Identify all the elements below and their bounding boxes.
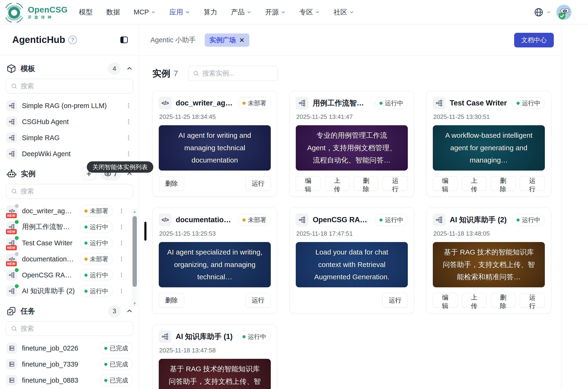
instance-card[interactable]: AI 知识库助手 (2) 运行中 2025-11-18 13:48:05 基于 … <box>427 208 551 314</box>
language-switcher[interactable] <box>534 7 551 17</box>
card-action-button[interactable]: 删除 <box>159 293 184 308</box>
more-options-button[interactable] <box>118 271 125 279</box>
card-description: AI agent for writing and managing techni… <box>167 129 263 166</box>
instances-search-input[interactable] <box>21 188 128 195</box>
close-icon[interactable]: ✕ <box>239 36 245 44</box>
templates-collapse-button[interactable] <box>126 65 133 72</box>
card-action-button[interactable]: 上传 <box>462 293 487 308</box>
instance-card[interactable]: documentation_writer_… 未部署 2025-11-25 13… <box>152 208 277 314</box>
sidebar-toggle-button[interactable] <box>120 35 128 44</box>
nav-item[interactable]: 开源 <box>265 7 286 17</box>
status-dot <box>243 335 246 338</box>
run-button[interactable]: 运行 <box>245 176 271 191</box>
card-action-button[interactable]: 上传 <box>462 176 487 191</box>
more-options-button[interactable] <box>118 223 125 231</box>
docs-center-button[interactable]: 文档中心 <box>514 33 554 47</box>
filter-chip-instance-plaza[interactable]: 实例广场 ✕ <box>205 33 249 47</box>
instance-item[interactable]: NEW Test Case Writer 运行中 <box>6 236 126 250</box>
task-item[interactable]: finetune_job_0226 已完成 <box>6 341 133 355</box>
run-button[interactable]: 运行 <box>383 176 408 191</box>
avatar[interactable] <box>557 5 571 20</box>
instance-item[interactable]: NEW 用例工作流智能助手 运行中 <box>6 220 126 234</box>
tasks-collapse-button[interactable] <box>126 308 133 315</box>
grid-search-input[interactable] <box>202 70 273 77</box>
more-options-button[interactable] <box>118 255 125 263</box>
card-action-button[interactable]: 编辑 <box>433 293 458 308</box>
card-action-button[interactable]: 编辑 <box>433 176 458 191</box>
templates-search-input[interactable] <box>21 82 128 90</box>
card-action-button[interactable]: 删除 <box>491 293 516 308</box>
card-type-icon <box>433 97 446 109</box>
template-item[interactable]: DeepWiki Agent <box>6 147 133 161</box>
instance-item[interactable]: NEW doc_writer_agent_v1.0 未部署 <box>6 204 126 218</box>
instance-card[interactable]: 用例工作流智能助手 运行中 2025-11-25 13:41:47 专业的用例管… <box>289 91 414 197</box>
more-options-button[interactable] <box>124 102 132 110</box>
new-badge: NEW <box>6 261 17 266</box>
card-action-button[interactable]: 上传 <box>325 176 349 191</box>
task-name: finetune_job_0883 <box>22 377 95 384</box>
status-dot <box>84 242 88 245</box>
run-button[interactable]: 运行 <box>245 293 271 308</box>
more-options-button[interactable] <box>124 118 132 126</box>
tasks-list: finetune_job_0226 已完成 <box>6 341 133 387</box>
status-dot <box>243 219 246 222</box>
task-item[interactable]: finetune_job_0883 已完成 <box>6 373 133 387</box>
template-item[interactable]: CSGHub Agent <box>6 115 133 129</box>
instance-item[interactable]: OpenCSG RAG instance 运行中 <box>6 268 126 282</box>
nav-item[interactable]: 模型 <box>79 7 93 17</box>
run-button[interactable]: 运行 <box>382 293 408 308</box>
scrollbar-thumb[interactable] <box>132 216 137 287</box>
templates-section-header[interactable]: 模板 4 <box>6 62 133 75</box>
more-options-button[interactable] <box>118 239 125 247</box>
more-options-button[interactable] <box>118 207 125 215</box>
task-item[interactable]: finetune_job_7339 已完成 <box>6 357 133 371</box>
nav-item[interactable]: 社区 <box>334 7 354 17</box>
nav-item[interactable]: 算力 <box>204 7 217 17</box>
tasks-section-header[interactable]: 任务 3 <box>6 304 133 318</box>
status-label: 运行中 <box>248 333 266 341</box>
card-title: AI 知识库助手 (2) <box>450 215 508 225</box>
card-action-button[interactable]: 删除 <box>354 176 378 191</box>
nav-item[interactable]: 专区 <box>299 7 320 17</box>
instance-card[interactable]: AI 知识库助手 (1) 运行中 2025-11-18 13:47:58 基于 … <box>152 324 277 389</box>
status-label: 运行中 <box>522 216 540 224</box>
workflow-icon <box>298 216 306 224</box>
instance-card[interactable]: Test Case Writer 运行中 2025-11-25 13:30:51… <box>427 91 551 197</box>
instance-card[interactable]: doc_writer_agent_v1.0 未部署 2025-11-25 18:… <box>152 91 277 197</box>
nav-item[interactable]: 数据 <box>106 7 120 17</box>
status-label: 运行中 <box>90 271 108 279</box>
template-item[interactable]: Simple RAG <box>6 131 133 145</box>
search-icon <box>11 188 17 195</box>
instances-scrollbar[interactable]: ▲ ▼ <box>132 209 137 306</box>
nav-item-label: MCP <box>134 8 149 16</box>
status-dot <box>243 102 246 105</box>
more-options-button[interactable] <box>124 134 132 142</box>
kebab-icon <box>125 151 132 157</box>
card-title: documentation_writer_… <box>176 216 234 224</box>
chevron-up-icon <box>126 308 133 315</box>
status-label: 已完成 <box>110 360 128 368</box>
tasks-search-input[interactable] <box>21 325 128 332</box>
presence-dot <box>15 236 19 240</box>
run-button[interactable]: 运行 <box>520 293 545 308</box>
scroll-up-arrow[interactable]: ▲ <box>133 209 137 214</box>
template-item[interactable]: Simple RAG (on-prem LLM) <box>6 98 133 113</box>
instance-item[interactable]: NEW documentation_write… 未部署 <box>6 252 126 266</box>
run-button[interactable]: 运行 <box>520 176 545 191</box>
status-label: 未部署 <box>248 99 266 107</box>
panel-drag-handle[interactable] <box>144 222 147 241</box>
brand-logo[interactable]: OpenCSG 开放传神 <box>4 2 68 23</box>
more-options-button[interactable] <box>124 150 132 158</box>
nav-item[interactable]: MCP <box>134 8 156 16</box>
card-action-button[interactable]: 删除 <box>491 176 516 191</box>
scroll-down-arrow[interactable]: ▼ <box>133 301 137 306</box>
instance-item[interactable]: AI 知识库助手 (2) 运行中 <box>6 284 126 298</box>
card-action-button[interactable]: 编辑 <box>296 176 320 191</box>
help-icon[interactable] <box>68 36 77 44</box>
nav-item[interactable]: 应用 <box>169 7 190 17</box>
nav-item[interactable]: 产品 <box>231 7 251 17</box>
status-dot <box>84 290 88 293</box>
card-action-button[interactable]: 删除 <box>159 176 184 191</box>
more-options-button[interactable] <box>118 287 125 295</box>
instance-card[interactable]: OpenCSG RAG instance 运行中 2025-11-18 17:4… <box>289 208 414 314</box>
